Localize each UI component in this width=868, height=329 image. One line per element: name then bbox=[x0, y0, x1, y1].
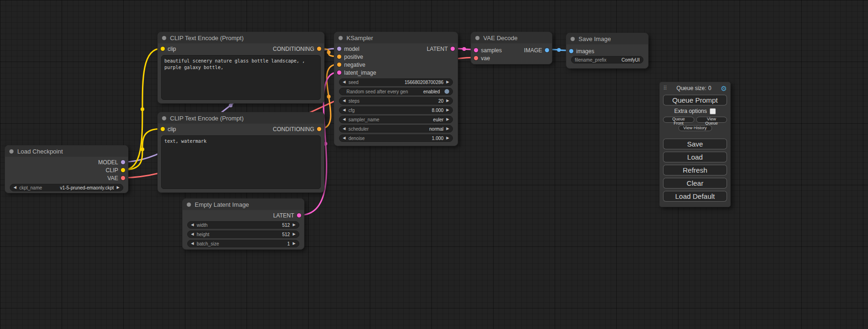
output-slot-conditioning[interactable]: CONDITIONING bbox=[273, 46, 321, 52]
widget-steps[interactable]: ◀ steps 20 ▶ bbox=[339, 97, 453, 105]
refresh-button[interactable]: Refresh bbox=[663, 165, 727, 175]
slot-dot-image[interactable] bbox=[569, 49, 573, 53]
widget-random-seed-toggle[interactable]: Random seed after every gen enabled bbox=[339, 88, 453, 95]
slot-dot-latent[interactable] bbox=[337, 70, 341, 75]
output-slot-model[interactable]: MODEL bbox=[98, 159, 125, 166]
collapse-toggle-icon[interactable] bbox=[162, 116, 166, 120]
node-save-image[interactable]: Save Image images filename_prefix ComfyU… bbox=[566, 33, 649, 69]
decrement-arrow-icon[interactable]: ◀ bbox=[14, 186, 16, 189]
queue-panel[interactable]: ⠿ Queue size: 0 ⚙ Queue Prompt Extra opt… bbox=[659, 82, 731, 207]
decrement-arrow-icon[interactable]: ◀ bbox=[343, 127, 346, 131]
slot-dot-vae[interactable] bbox=[121, 176, 125, 180]
decrement-arrow-icon[interactable]: ◀ bbox=[191, 232, 194, 236]
slot-dot-vae[interactable] bbox=[474, 56, 478, 60]
settings-gear-icon[interactable]: ⚙ bbox=[721, 85, 727, 92]
slot-dot-conditioning[interactable] bbox=[337, 55, 341, 59]
load-button[interactable]: Load bbox=[663, 152, 727, 162]
slot-dot-image[interactable] bbox=[545, 48, 549, 52]
input-slot-samples[interactable]: samples bbox=[474, 47, 502, 54]
input-slot-images[interactable]: images bbox=[569, 48, 594, 55]
decrement-arrow-icon[interactable]: ◀ bbox=[343, 108, 346, 112]
node-clip-text-encode-negative[interactable]: CLIP Text Encode (Prompt) clip CONDITION… bbox=[157, 112, 325, 193]
prompt-textarea[interactable]: text, watermark bbox=[161, 135, 321, 189]
node-titlebar[interactable]: Save Image bbox=[566, 33, 648, 44]
node-titlebar[interactable]: Load Checkpoint bbox=[5, 146, 128, 157]
node-titlebar[interactable]: CLIP Text Encode (Prompt) bbox=[158, 32, 324, 43]
queue-front-button[interactable]: Queue Front bbox=[663, 117, 694, 123]
prompt-textarea[interactable]: beautiful scenery nature glass bottle la… bbox=[161, 55, 321, 100]
increment-arrow-icon[interactable]: ▶ bbox=[293, 232, 296, 236]
node-titlebar[interactable]: KSampler bbox=[334, 32, 458, 43]
output-slot-vae[interactable]: VAE bbox=[107, 175, 125, 182]
increment-arrow-icon[interactable]: ▶ bbox=[446, 127, 449, 131]
node-ksampler[interactable]: KSampler model LATENT positive bbox=[334, 32, 458, 146]
decrement-arrow-icon[interactable]: ◀ bbox=[191, 242, 194, 245]
increment-arrow-icon[interactable]: ▶ bbox=[117, 186, 120, 189]
slot-dot-clip[interactable] bbox=[121, 168, 125, 172]
input-slot-model[interactable]: model bbox=[337, 46, 360, 52]
input-slot-vae[interactable]: vae bbox=[474, 55, 490, 62]
increment-arrow-icon[interactable]: ▶ bbox=[446, 136, 449, 140]
node-titlebar[interactable]: VAE Decode bbox=[471, 32, 552, 43]
extra-options-checkbox[interactable] bbox=[710, 108, 716, 114]
queue-prompt-button[interactable]: Queue Prompt bbox=[663, 95, 727, 105]
slot-dot-model[interactable] bbox=[337, 47, 341, 51]
node-titlebar[interactable]: Empty Latent Image bbox=[183, 199, 304, 210]
clear-button[interactable]: Clear bbox=[663, 178, 727, 189]
decrement-arrow-icon[interactable]: ◀ bbox=[343, 99, 346, 103]
output-slot-latent[interactable]: LATENT bbox=[427, 46, 455, 52]
collapse-toggle-icon[interactable] bbox=[339, 36, 343, 40]
collapse-toggle-icon[interactable] bbox=[9, 149, 14, 154]
output-slot-image[interactable]: IMAGE bbox=[524, 47, 549, 54]
slot-dot-conditioning[interactable] bbox=[317, 47, 321, 51]
widget-filename-prefix[interactable]: filename_prefix ComfyUI bbox=[571, 56, 643, 63]
drag-handle-icon[interactable]: ⠿ bbox=[663, 85, 667, 91]
widget-height[interactable]: ◀ height 512 ▶ bbox=[187, 231, 299, 238]
increment-arrow-icon[interactable]: ▶ bbox=[446, 80, 449, 84]
collapse-toggle-icon[interactable] bbox=[187, 203, 191, 207]
increment-arrow-icon[interactable]: ▶ bbox=[293, 223, 296, 227]
node-load-checkpoint[interactable]: Load Checkpoint MODEL CLIP VAE bbox=[5, 145, 128, 193]
widget-cfg[interactable]: ◀ cfg 8.000 ▶ bbox=[339, 106, 453, 114]
slot-dot-clip[interactable] bbox=[161, 127, 165, 131]
node-graph-canvas[interactable]: Load Checkpoint MODEL CLIP VAE bbox=[0, 0, 868, 329]
widget-ckpt-name[interactable]: ◀ ckpt_name v1-5-pruned-emaonly.ckpt ▶ bbox=[10, 184, 123, 191]
slot-dot-conditioning[interactable] bbox=[337, 63, 341, 67]
decrement-arrow-icon[interactable]: ◀ bbox=[343, 136, 346, 140]
view-queue-button[interactable]: View Queue bbox=[696, 117, 727, 123]
slot-dot-latent[interactable] bbox=[474, 48, 478, 52]
node-empty-latent-image[interactable]: Empty Latent Image LATENT ◀ width 512 ▶ … bbox=[182, 198, 304, 250]
widget-scheduler[interactable]: ◀ scheduler normal ▶ bbox=[339, 125, 453, 133]
input-slot-latent-image[interactable]: latent_image bbox=[337, 70, 376, 76]
slot-dot-latent[interactable] bbox=[451, 47, 455, 51]
collapse-toggle-icon[interactable] bbox=[475, 36, 480, 40]
node-clip-text-encode-positive[interactable]: CLIP Text Encode (Prompt) clip CONDITION… bbox=[157, 32, 325, 104]
slot-dot-latent[interactable] bbox=[297, 213, 301, 217]
input-slot-positive[interactable]: positive bbox=[337, 54, 363, 60]
decrement-arrow-icon[interactable]: ◀ bbox=[343, 118, 346, 121]
collapse-toggle-icon[interactable] bbox=[571, 37, 575, 41]
widget-seed[interactable]: ◀ seed 156680208700286 ▶ bbox=[339, 78, 453, 86]
save-button[interactable]: Save bbox=[663, 139, 727, 149]
view-history-button[interactable]: View History bbox=[678, 125, 712, 131]
widget-sampler-name[interactable]: ◀ sampler_name euler ▶ bbox=[339, 116, 453, 123]
slot-dot-model[interactable] bbox=[121, 160, 125, 164]
output-slot-clip[interactable]: CLIP bbox=[106, 167, 125, 174]
decrement-arrow-icon[interactable]: ◀ bbox=[343, 80, 346, 84]
input-slot-clip[interactable]: clip bbox=[161, 126, 176, 133]
increment-arrow-icon[interactable]: ▶ bbox=[446, 118, 449, 121]
output-slot-conditioning[interactable]: CONDITIONING bbox=[273, 126, 321, 133]
widget-denoise[interactable]: ◀ denoise 1.000 ▶ bbox=[339, 134, 453, 142]
node-titlebar[interactable]: CLIP Text Encode (Prompt) bbox=[158, 112, 324, 124]
widget-batch-size[interactable]: ◀ batch_size 1 ▶ bbox=[187, 240, 299, 247]
increment-arrow-icon[interactable]: ▶ bbox=[446, 99, 449, 103]
slot-dot-clip[interactable] bbox=[161, 47, 165, 51]
decrement-arrow-icon[interactable]: ◀ bbox=[191, 223, 194, 227]
increment-arrow-icon[interactable]: ▶ bbox=[446, 108, 449, 112]
node-vae-decode[interactable]: VAE Decode samples IMAGE vae bbox=[471, 32, 552, 64]
load-default-button[interactable]: Load Default bbox=[663, 191, 727, 202]
toggle-knob-icon[interactable] bbox=[445, 89, 449, 94]
slot-dot-conditioning[interactable] bbox=[317, 127, 321, 131]
increment-arrow-icon[interactable]: ▶ bbox=[293, 242, 296, 245]
input-slot-clip[interactable]: clip bbox=[161, 46, 176, 52]
